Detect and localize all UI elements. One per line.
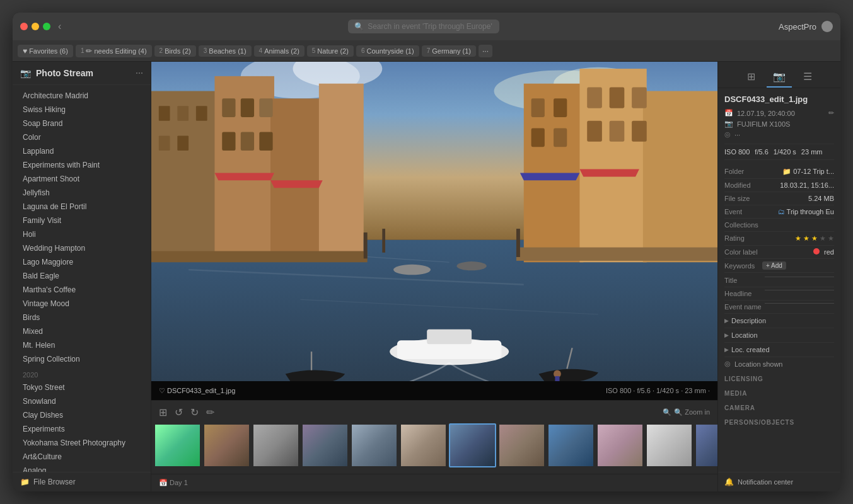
tag-label: needs Editing (4) <box>94 47 146 55</box>
tag-countryside[interactable]: 6 Countryside (1) <box>356 45 419 57</box>
main-photo <box>151 62 717 381</box>
thumb-11[interactable] <box>646 423 693 467</box>
svg-point-49 <box>456 261 486 270</box>
zoom-in-button[interactable]: 🔍 🔍 Zoom in <box>663 408 710 416</box>
tag-beaches[interactable]: 3 Beaches (1) <box>199 45 252 57</box>
svg-marker-25 <box>270 181 323 188</box>
rating-row: Rating ★ ★ ★ ★ ★ <box>724 232 834 246</box>
rotate-cw-icon[interactable]: ↻ <box>190 406 199 418</box>
tag-needs-editing[interactable]: 1 ✏ needs Editing (4) <box>76 45 152 57</box>
thumb-8[interactable] <box>498 423 545 467</box>
tag-animals[interactable]: 4 Animals (2) <box>254 45 305 57</box>
sidebar-item-wedding-hampton[interactable]: Wedding Hampton <box>13 241 151 255</box>
svg-rect-21 <box>222 132 235 151</box>
location-expandable-row[interactable]: ▶ Location <box>724 328 834 343</box>
tags-bar: ♥ Favorites (6) 1 ✏ needs Editing (4) 2 … <box>13 40 840 62</box>
filmstrip-controls: ⊞ ↺ ↻ ✏ <box>159 406 214 418</box>
media-header: MEDIA <box>724 385 834 399</box>
maximize-button[interactable] <box>43 23 50 30</box>
right-panel-content: DSCF0433_edit_1.jpg 📅 12.07.19, 20:40:00… <box>718 88 840 472</box>
shutter-value: 1/420 s <box>774 148 796 156</box>
file-browser-button[interactable]: 📁 File Browser <box>13 472 151 491</box>
event-name-label: Event name <box>724 303 762 311</box>
thumb-10[interactable] <box>596 423 644 467</box>
sidebar-item-soap-brand[interactable]: Soap Brand <box>13 117 151 130</box>
sidebar-item-analog[interactable]: Analog <box>13 464 151 472</box>
sidebar-item-art-culture[interactable]: Art&Culture <box>13 450 151 464</box>
tab-list[interactable]: ☰ <box>797 67 818 88</box>
filmstrip-scroll[interactable] <box>151 423 717 474</box>
svg-rect-17 <box>177 136 189 151</box>
tab-camera[interactable]: 📷 <box>767 67 792 88</box>
sidebar-item-tokyo-street[interactable]: Tokyo Street <box>13 381 151 394</box>
sidebar-item-jellyfish[interactable]: Jellyfish <box>13 186 151 200</box>
stars[interactable]: ★ ★ ★ ★ ★ <box>795 234 834 243</box>
sidebar-item-clay-dishes[interactable]: Clay Dishes <box>13 408 151 422</box>
tag-favorites[interactable]: ♥ Favorites (6) <box>18 45 73 57</box>
star-5: ★ <box>828 234 834 242</box>
title-label: Title <box>724 277 762 284</box>
thumb-5[interactable] <box>351 423 398 467</box>
title-value[interactable] <box>765 277 834 277</box>
event-name-row: Event name <box>724 301 834 314</box>
search-input[interactable] <box>368 22 493 31</box>
thumb-12[interactable] <box>695 423 717 467</box>
sidebar-item-laguna[interactable]: Laguna de El Portil <box>13 200 151 214</box>
sidebar-item-color[interactable]: Color <box>13 130 151 144</box>
add-keyword-button[interactable]: + Add <box>762 261 786 270</box>
svg-rect-22 <box>241 132 254 151</box>
sidebar-item-architecture-madrid[interactable]: Architecture Madrid <box>13 89 151 103</box>
tag-nature[interactable]: 5 Nature (2) <box>307 45 354 57</box>
thumb-7-active[interactable] <box>449 423 496 467</box>
edit-icon[interactable]: ✏ <box>206 406 214 418</box>
tag-label: Nature (2) <box>317 47 349 55</box>
thumb-1[interactable] <box>154 423 201 467</box>
sidebar-item-marthas-coffee[interactable]: Martha's Coffee <box>13 283 151 297</box>
thumb-4[interactable] <box>301 423 349 467</box>
thumb-6[interactable] <box>400 423 447 467</box>
sidebar-item-holi[interactable]: Holi <box>13 227 151 241</box>
sidebar-item-yokohama[interactable]: Yokohama Street Photography <box>13 436 151 450</box>
sidebar-item-lappland[interactable]: Lappland <box>13 144 151 158</box>
folder-label: Folder <box>724 168 762 175</box>
minimize-button[interactable] <box>32 23 39 30</box>
tab-layers[interactable]: ⊞ <box>741 67 762 88</box>
photo-meta: ISO 800 · f/5.6 · 1/420 s · 23 mm · <box>606 387 710 394</box>
tag-germany[interactable]: 7 Germany (1) <box>422 45 476 57</box>
loc-created-row[interactable]: ▶ Loc. created <box>724 343 834 357</box>
thumb-3[interactable] <box>252 423 299 467</box>
sidebar-options-icon[interactable]: ⋯ <box>136 69 143 77</box>
headline-value[interactable] <box>765 290 834 290</box>
svg-marker-24 <box>214 173 274 181</box>
event-name-value[interactable] <box>765 303 834 304</box>
sidebar-item-family-visit[interactable]: Family Visit <box>13 214 151 227</box>
sidebar-item-experiments-with-paint[interactable]: Experiments with Paint <box>13 158 151 172</box>
edit-date-icon[interactable]: ✏ <box>828 109 834 117</box>
sidebar-item-swiss-hiking[interactable]: Swiss Hiking <box>13 103 151 117</box>
sidebar-item-bald-eagle[interactable]: Bald Eagle <box>13 269 151 283</box>
back-button[interactable]: ‹ <box>58 21 61 32</box>
loc-created-label: Loc. created <box>731 346 770 353</box>
sidebar-item-mt-helen[interactable]: Mt. Helen <box>13 338 151 352</box>
thumb-9[interactable] <box>547 423 595 467</box>
tags-more-button[interactable]: ··· <box>479 45 492 57</box>
photo-stream-icon: 📷 <box>20 68 31 78</box>
sidebar-item-vintage-mood[interactable]: Vintage Mood <box>13 297 151 311</box>
description-row[interactable]: ▶ Description <box>724 314 834 328</box>
sidebar-item-snowland[interactable]: Snowland <box>13 394 151 408</box>
thumb-2[interactable] <box>203 423 250 467</box>
close-button[interactable] <box>20 23 28 30</box>
sidebar-item-lago-maggiore[interactable]: Lago Maggiore <box>13 255 151 269</box>
sidebar-item-spring-collection[interactable]: Spring Collection <box>13 352 151 366</box>
sidebar-item-birds[interactable]: Birds <box>13 311 151 324</box>
center-area: ♡ DSCF0433_edit_1.jpg ISO 800 · f/5.6 · … <box>151 62 717 491</box>
sidebar-item-experiments[interactable]: Experiments <box>13 422 151 436</box>
sidebar-item-apartment-shoot[interactable]: Apartment Shoot <box>13 172 151 186</box>
filmstrip-grid-icon[interactable]: ⊞ <box>159 406 167 418</box>
event-row: Event 🗂 Trip through Eu <box>724 205 834 219</box>
tag-birds[interactable]: 2 Birds (2) <box>154 45 196 57</box>
modified-row: Modified 18.03.21, 15:16... <box>724 179 834 192</box>
sidebar-item-mixed[interactable]: Mixed <box>13 324 151 338</box>
rotate-ccw-icon[interactable]: ↺ <box>175 406 183 418</box>
notification-center-button[interactable]: 🔔 Notification center <box>718 472 840 491</box>
